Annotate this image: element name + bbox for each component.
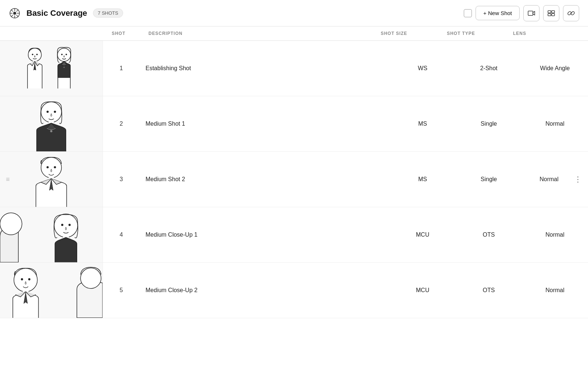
- shots-badge: 7 SHOTS: [93, 8, 123, 18]
- svg-rect-14: [552, 14, 555, 16]
- svg-point-23: [41, 102, 62, 122]
- svg-point-28: [41, 157, 62, 178]
- col-header-thumbnail: [9, 31, 112, 36]
- svg-point-16: [32, 54, 33, 55]
- app-logo-icon: [9, 7, 21, 19]
- shot-size-5: MCU: [390, 287, 456, 294]
- svg-point-30: [54, 166, 56, 168]
- shot-description-3: Medium Shot 2: [140, 176, 390, 183]
- shot-thumbnail-1[interactable]: [0, 41, 103, 96]
- svg-point-1: [13, 12, 16, 15]
- shot-type-2: Single: [456, 121, 522, 127]
- shot-description-4: Medium Close-Up 1: [140, 232, 390, 238]
- svg-rect-13: [548, 14, 551, 16]
- svg-point-21: [65, 54, 67, 55]
- svg-line-6: [11, 10, 13, 12]
- svg-line-8: [17, 10, 19, 12]
- table-row: 2 Medium Shot 1 MS Single Normal: [0, 96, 588, 152]
- svg-point-41: [80, 268, 101, 288]
- shots-table: SHOT DESCRIPTION SHOT SIZE SHOT TYPE LEN…: [0, 26, 588, 318]
- col-header-description: DESCRIPTION: [148, 31, 381, 36]
- shot-lens-5: Normal: [522, 287, 588, 294]
- shot-lens-4: Normal: [522, 232, 588, 238]
- select-all-checkbox[interactable]: [464, 9, 472, 17]
- shot-thumbnail-3[interactable]: [0, 152, 103, 207]
- new-shot-button[interactable]: + New Shot: [476, 6, 520, 20]
- video-camera-button[interactable]: [523, 5, 539, 21]
- col-header-shot: SHOT: [112, 31, 148, 36]
- shot-type-3: Single: [456, 176, 522, 183]
- svg-point-29: [47, 166, 49, 168]
- svg-point-27: [50, 130, 53, 132]
- shot-lens-1: Wide Angle: [522, 65, 588, 72]
- shot-type-1: 2-Shot: [456, 65, 522, 72]
- svg-point-20: [61, 54, 62, 55]
- table-row: 4 Medium Close-Up 1 MCU OTS Normal: [0, 207, 588, 263]
- col-header-lens: LENS: [513, 31, 579, 36]
- shot-number-3: 3: [103, 176, 140, 183]
- svg-rect-11: [548, 11, 551, 13]
- shot-number-5: 5: [103, 287, 140, 294]
- svg-point-38: [21, 278, 23, 280]
- col-header-shot-type: SHOT TYPE: [447, 31, 513, 36]
- svg-point-22: [63, 67, 65, 68]
- app-title: Basic Coverage: [26, 8, 87, 18]
- svg-rect-12: [552, 11, 555, 13]
- shot-type-4: OTS: [456, 232, 522, 238]
- shot-thumbnail-5[interactable]: [0, 263, 103, 318]
- shot-type-5: OTS: [456, 287, 522, 294]
- svg-point-39: [28, 278, 31, 280]
- svg-point-15: [28, 48, 42, 61]
- row-menu-button[interactable]: ⋮: [574, 175, 582, 184]
- shot-description-2: Medium Shot 1: [140, 121, 390, 127]
- table-header: SHOT DESCRIPTION SHOT SIZE SHOT TYPE LEN…: [0, 26, 588, 41]
- svg-point-17: [36, 54, 38, 55]
- svg-point-24: [47, 111, 49, 113]
- shot-description-1: Establishing Shot: [140, 65, 390, 72]
- col-header-shot-size: SHOT SIZE: [381, 31, 447, 36]
- layout-button[interactable]: [543, 5, 559, 21]
- table-row: ≡: [0, 152, 588, 207]
- shot-number-1: 1: [103, 65, 140, 72]
- table-row: 5 Medium Close-Up 2 MCU OTS Normal: [0, 263, 588, 318]
- svg-point-35: [68, 224, 71, 226]
- svg-point-33: [54, 214, 78, 237]
- svg-line-9: [11, 15, 13, 17]
- svg-point-32: [0, 213, 22, 235]
- header: Basic Coverage 7 SHOTS + New Shot: [0, 0, 588, 26]
- svg-point-34: [61, 224, 63, 226]
- header-right: + New Shot: [464, 5, 579, 21]
- shot-thumbnail-4[interactable]: [0, 207, 103, 262]
- svg-point-25: [54, 111, 56, 113]
- shot-size-1: WS: [390, 65, 456, 72]
- shot-size-3: MS: [390, 176, 456, 183]
- link-button[interactable]: [563, 5, 579, 21]
- shot-description-5: Medium Close-Up 2: [140, 287, 390, 294]
- shot-lens-2: Normal: [522, 121, 588, 127]
- svg-line-7: [17, 15, 19, 17]
- shot-number-4: 4: [103, 232, 140, 238]
- shot-thumbnail-2[interactable]: [0, 96, 103, 151]
- svg-point-37: [14, 268, 37, 292]
- drag-handle-icon[interactable]: ≡: [6, 176, 10, 183]
- shot-size-4: MCU: [390, 232, 456, 238]
- table-row: 1 Establishing Shot WS 2-Shot Wide Angle: [0, 41, 588, 96]
- shot-size-2: MS: [390, 121, 456, 127]
- header-left: Basic Coverage 7 SHOTS: [9, 7, 123, 19]
- svg-rect-10: [528, 11, 533, 15]
- shot-number-2: 2: [103, 121, 140, 127]
